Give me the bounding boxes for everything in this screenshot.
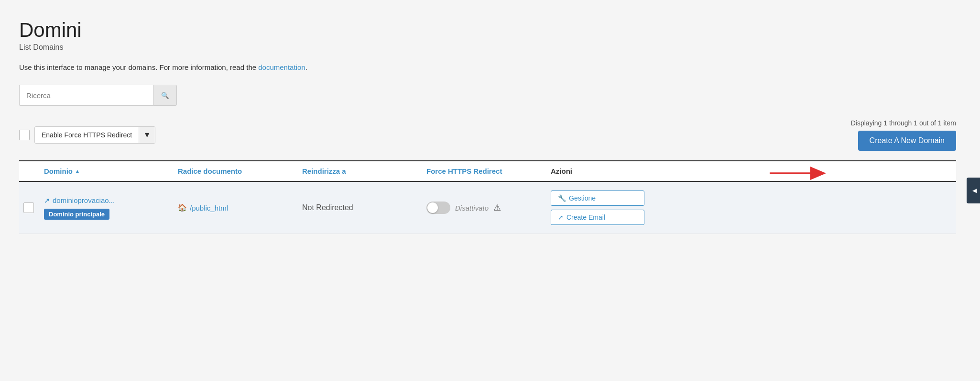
select-all-checkbox[interactable]: [19, 130, 30, 140]
bulk-action-dropdown: Enable Force HTTPS Redirect ▼: [34, 126, 155, 144]
col-redirect[interactable]: Reindirizza a: [296, 167, 421, 175]
search-button[interactable]: 🔍: [153, 85, 177, 106]
col-force-https[interactable]: Force HTTPS Redirect: [421, 167, 545, 175]
docroot-link[interactable]: /public_html: [190, 204, 228, 212]
sort-domain-icon: ▲: [75, 168, 80, 175]
displaying-count: Displaying 1 through 1 out of 1 item: [851, 119, 956, 127]
svg-marker-0: [810, 167, 826, 180]
side-tab[interactable]: ◀: [967, 178, 980, 203]
page-subtitle: List Domains: [19, 43, 956, 52]
toolbar-row: Enable Force HTTPS Redirect ▼ Displaying…: [19, 119, 956, 151]
wrench-icon: 🔧: [558, 194, 566, 202]
domain-badge: Dominio principale: [44, 209, 109, 220]
toolbar-right: Displaying 1 through 1 out of 1 item Cre…: [851, 119, 956, 151]
documentation-link[interactable]: documentation: [258, 63, 305, 71]
redirect-cell: Not Redirected: [296, 203, 421, 212]
home-icon: 🏠: [178, 203, 187, 212]
https-toggle[interactable]: [426, 202, 450, 214]
external-link-icon: ➚: [44, 196, 50, 205]
chevron-down-icon: ▼: [143, 131, 151, 139]
page-title: Domini: [19, 19, 956, 41]
row-checkbox: [19, 202, 38, 213]
create-email-button[interactable]: ➚ Create Email: [551, 210, 644, 225]
https-cell: Disattivato ⚠: [421, 202, 545, 214]
email-icon: ➚: [558, 213, 564, 221]
warning-icon: ⚠: [493, 202, 501, 213]
row-select-checkbox[interactable]: [23, 202, 34, 213]
create-new-domain-button[interactable]: Create A New Domain: [858, 131, 956, 151]
https-status-label: Disattivato: [455, 204, 489, 212]
docroot-cell: 🏠 /public_html: [172, 203, 296, 212]
col-actions: Azioni: [545, 167, 650, 175]
domain-link[interactable]: ➚ dominioprovaciao...: [44, 196, 166, 205]
search-input[interactable]: [19, 85, 153, 106]
col-domain[interactable]: Dominio ▲: [38, 167, 172, 175]
description-prefix: Use this interface to manage your domain…: [19, 63, 258, 71]
toolbar-left: Enable Force HTTPS Redirect ▼: [19, 126, 155, 144]
col-docroot[interactable]: Radice documento: [172, 167, 296, 175]
toggle-knob: [427, 202, 438, 213]
arrow-annotation: [770, 163, 827, 184]
actions-cell: 🔧 Gestione ➚ Create Email: [545, 190, 650, 225]
bulk-action-arrow[interactable]: ▼: [139, 127, 155, 143]
bulk-action-label: Enable Force HTTPS Redirect: [35, 131, 139, 139]
search-icon: 🔍: [161, 92, 169, 99]
red-arrow-icon: [770, 163, 827, 184]
gestione-button[interactable]: 🔧 Gestione: [551, 190, 644, 206]
search-section: 🔍: [19, 85, 956, 106]
description-suffix: .: [305, 63, 307, 71]
domain-cell: ➚ dominioprovaciao... Dominio principale: [38, 196, 172, 220]
page-description: Use this interface to manage your domain…: [19, 63, 956, 71]
table-row: ➚ dominioprovaciao... Dominio principale…: [19, 182, 956, 234]
